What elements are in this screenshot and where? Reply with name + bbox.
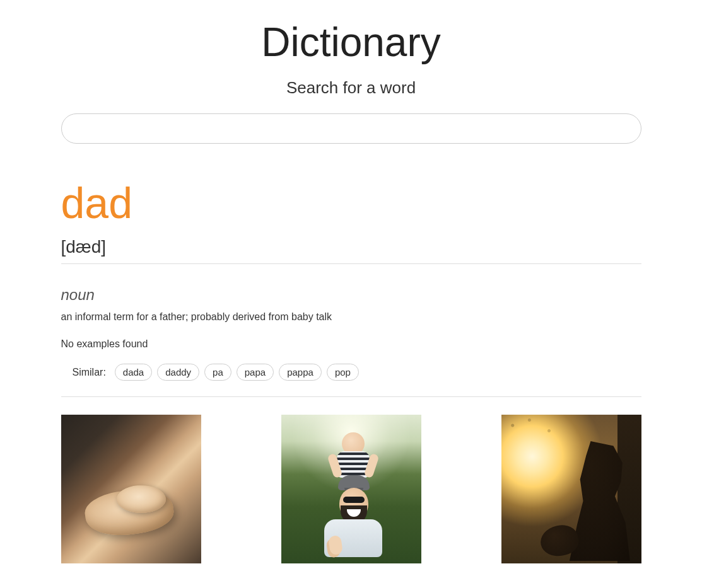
search-input[interactable] (61, 113, 641, 144)
synonym-chip[interactable]: pappa (279, 364, 322, 381)
similar-row: Similar: dada daddy pa papa pappa pop (61, 364, 641, 381)
page-title: Dictionary (61, 19, 641, 66)
synonym-chip[interactable]: pop (327, 364, 359, 381)
word-heading: dad (61, 182, 641, 224)
search-label: Search for a word (61, 78, 641, 98)
divider (61, 396, 641, 397)
synonym-chip[interactable]: pa (204, 364, 231, 381)
divider (61, 263, 641, 264)
part-of-speech: noun (61, 286, 641, 304)
examples-text: No examples found (61, 338, 641, 350)
result-image-3 (501, 415, 641, 563)
result-image-1 (61, 415, 201, 563)
synonym-chip[interactable]: papa (237, 364, 274, 381)
images-row (61, 415, 641, 563)
result-image-2 (281, 415, 421, 563)
pronunciation: [dæd] (61, 237, 641, 257)
synonym-chip[interactable]: dada (115, 364, 152, 381)
similar-label: Similar: (73, 367, 106, 378)
synonym-chip[interactable]: daddy (157, 364, 199, 381)
definition-text: an informal term for a father; probably … (61, 311, 641, 323)
